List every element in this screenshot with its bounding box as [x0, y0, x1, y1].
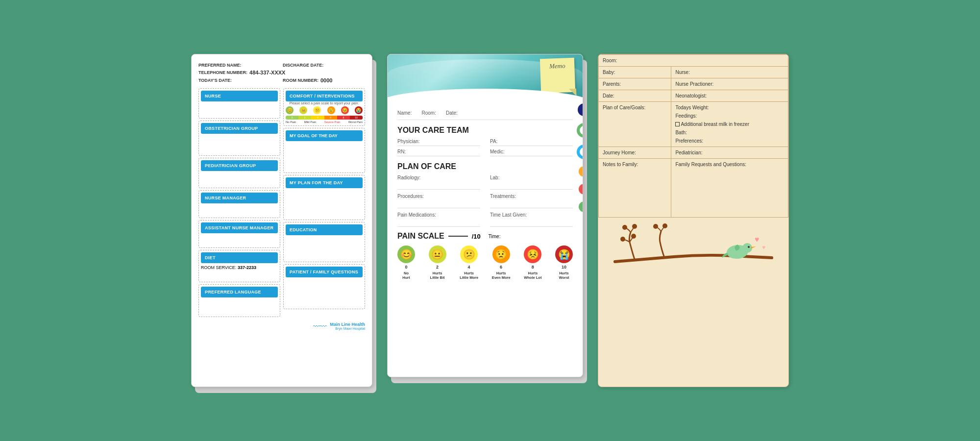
room-cell: Room:: [599, 55, 788, 67]
logo-waves-icon: 〰〰: [313, 322, 327, 330]
magnet-blue-ring: [577, 145, 583, 159]
magnet-blue: [578, 103, 583, 116]
pain-label-nopain: No Pain: [286, 121, 296, 123]
baby-cell: Baby:: [599, 67, 671, 78]
face-2-emoji: 😐: [429, 245, 446, 263]
pediatrician-cell: Pediatrician:: [671, 147, 788, 159]
face-10-number: 10: [562, 265, 566, 270]
room-number-value: 0000: [320, 77, 332, 83]
face-2-label: HurtsLittle Bit: [430, 271, 445, 280]
pain-seg-2: 2: [298, 116, 311, 120]
preferred-name-row: PREFERRED NAME:: [198, 62, 281, 68]
left-column: NURSE OBSTETRICIAN GROUP PEDIATRICIAN GR…: [198, 88, 280, 317]
room-number-label: ROOM NUMBER:: [283, 78, 318, 83]
journey-home-cell: Journey Home:: [599, 147, 671, 159]
notes-family-label: Notes to Family:: [603, 162, 667, 167]
branch-decoration-svg: ♥ ♥: [605, 222, 782, 281]
time-last-given-item: Time Last Given:: [490, 212, 573, 227]
treatments-item: Treatments:: [490, 194, 573, 208]
care-team-card: Memo Name: Room: Date: YO: [387, 54, 583, 377]
pain-0: 😊 0 NoHurt: [397, 245, 415, 280]
pain-8: 😣 8 HurtsWhole Lot: [524, 245, 541, 280]
pain-label-moderate: Severe Pain: [324, 121, 341, 123]
discharge-date-label: DISCHARGE DATE:: [283, 63, 323, 68]
svg-point-2: [620, 237, 625, 242]
nurse-btn: NURSE: [201, 91, 278, 101]
magnet-green-ring: [577, 123, 583, 138]
plan-goals-label: Plan of Care/Goals:: [603, 105, 667, 110]
family-requests-label: Family Requests and Questions:: [675, 162, 784, 167]
notes-family-cell: Notes to Family:: [599, 159, 671, 218]
breast-milk-row: Additional breast milk in freezer: [675, 122, 784, 127]
nurse-manager-btn: NURSE MANAGER: [201, 193, 278, 203]
pain-face-5: 😭: [355, 106, 363, 114]
pain-label-mild: Mild Pain: [304, 121, 317, 123]
pain-scale-title: PAIN SCALE: [397, 232, 444, 241]
room-number-row: ROOM NUMBER: 0000: [283, 77, 365, 83]
nurse-practioner-cell: Nurse Practioner:: [671, 78, 788, 90]
pain-bar: 0 2 4 6 8 10: [286, 116, 363, 120]
face-4-emoji: 😕: [460, 245, 478, 263]
name-label: Name:: [397, 110, 412, 116]
pain-face-4: 😣: [341, 106, 349, 114]
nurse-section: NURSE: [198, 88, 280, 119]
svg-point-8: [748, 246, 750, 248]
magnet-green: [579, 201, 583, 212]
svg-text:♥: ♥: [762, 244, 765, 251]
breast-milk-checkbox[interactable]: [675, 122, 680, 126]
patient-questions-btn: PATIENT / FAMILY QUESTIONS: [286, 267, 363, 277]
preferred-lang-btn: PREFERRED LANGUAGE: [201, 287, 278, 297]
svg-point-5: [662, 223, 667, 228]
memo-text: Memo: [549, 62, 565, 70]
pain-scale-section: Please select a pain scale to report you…: [286, 101, 363, 123]
lab-item: Lab:: [490, 175, 573, 190]
baby-table: Room: Baby: Nurse: Parents: Nurse Practi…: [598, 54, 788, 218]
face-8-number: 8: [532, 265, 534, 270]
pain-label-worst: Worst Pain: [348, 121, 363, 123]
pain-meds-item: Pain Medications:: [397, 212, 480, 227]
baby-board-card: Room: Baby: Nurse: Parents: Nurse Practi…: [598, 54, 789, 387]
ob-group-section: OBSTETRICIAN GROUP: [198, 121, 280, 156]
plan-day-btn: MY PLAN FOR THE DAY: [286, 177, 363, 188]
pain-seg-6: 6: [324, 116, 337, 120]
telephone-value: 484-337-XXXX: [249, 70, 285, 75]
svg-text:♥: ♥: [755, 235, 760, 244]
nurse-manager-section: NURSE MANAGER: [198, 190, 280, 218]
patient-questions-section: PATIENT / FAMILY QUESTIONS: [283, 264, 365, 309]
pain-faces: 😊 😐 😕 😟 😣 😭: [286, 106, 363, 114]
face-8-label: HurtsWhole Lot: [524, 271, 541, 280]
baby-row: Baby: Nurse:: [599, 67, 788, 78]
todays-date-row: TODAY'S DATE:: [198, 77, 281, 83]
pain-face-0: 😊: [286, 106, 294, 114]
feedings-label: Feedings:: [675, 113, 784, 119]
svg-point-7: [742, 243, 752, 253]
plan-day-section: MY PLAN FOR THE DAY: [283, 175, 365, 220]
pain-denom: /10: [472, 233, 481, 240]
date-label: Date:: [446, 110, 458, 116]
goal-day-section: MY GOAL OF THE DAY: [283, 128, 365, 173]
medic-item: Medic:: [490, 149, 573, 156]
breast-milk-label: Additional breast milk in freezer: [681, 122, 749, 127]
face-6-label: HurtsEven More: [492, 271, 511, 280]
comfort-section: COMFORT / INTERVENTIONS Please select a …: [283, 88, 365, 126]
ped-group-btn: PEDIATRICIAN GROUP: [201, 160, 278, 171]
face-10-label: HurtsWorst: [559, 271, 569, 280]
care-team-title: YOUR CARE TEAM: [397, 126, 573, 135]
magnet-red: [579, 184, 583, 195]
svg-point-3: [631, 234, 636, 239]
ob-group-btn: OBSTETRICIAN GROUP: [201, 123, 278, 134]
room-service: ROOM SERVICE: 337-2233: [201, 265, 278, 270]
journey-row: Journey Home: Pediatrician:: [599, 147, 788, 159]
weight-feedings-cell: Todays Weight: Feedings: Additional brea…: [671, 102, 788, 147]
preferences-label: Preferences:: [675, 138, 784, 144]
diet-section: DIET ROOM SERVICE: 337-2233: [198, 250, 280, 282]
rn-item: RN:: [397, 149, 480, 156]
pain-scale-row: PAIN SCALE /10 Time:: [397, 232, 573, 241]
preferred-name-label: PREFERRED NAME:: [198, 63, 242, 68]
face-6-emoji: 😟: [492, 245, 510, 263]
card1-header: PREFERRED NAME: DISCHARGE DATE: TELEPHON…: [198, 62, 365, 83]
main-container: PREFERRED NAME: DISCHARGE DATE: TELEPHON…: [172, 34, 808, 407]
face-2-number: 2: [436, 265, 439, 270]
magnet-orange: [579, 166, 583, 177]
goal-day-btn: MY GOAL OF THE DAY: [286, 130, 363, 141]
